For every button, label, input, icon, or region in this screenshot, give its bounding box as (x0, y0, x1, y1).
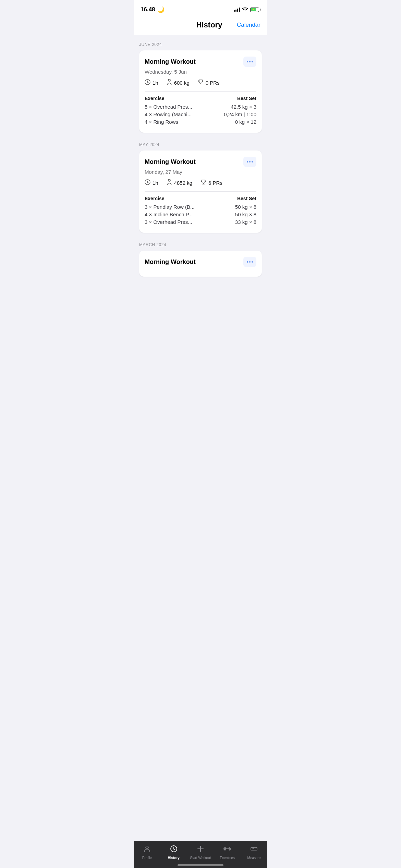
exercise-best: 33 kg × 8 (200, 219, 256, 225)
workout-title: Morning Workout (145, 258, 196, 266)
best-set-col-label: Best Set (237, 196, 256, 201)
workout-title: Morning Workout (145, 58, 196, 65)
exercise-best: 42,5 kg × 3 (200, 104, 256, 110)
month-label-march: MARCH 2024 (139, 242, 262, 247)
prs-stat: 6 PRs (200, 179, 222, 186)
time-display: 16.48 (141, 6, 155, 13)
more-dot (247, 261, 248, 263)
profile-icon (143, 845, 151, 855)
card-header: Morning Workout (145, 257, 256, 267)
exercises-label: Exercises (220, 856, 235, 860)
workout-stats: 1h 4852 kg (145, 179, 256, 186)
exercise-table-header: Exercise Best Set (145, 196, 256, 201)
weight-stat: 4852 kg (167, 179, 192, 186)
duration-value: 1h (153, 180, 158, 186)
exercise-name: 3 × Pendlay Row (B... (145, 204, 200, 210)
more-dot (247, 161, 248, 162)
card-header: Morning Workout (145, 57, 256, 67)
month-label-may: MAY 2024 (139, 142, 262, 147)
weight-value: 600 kg (174, 80, 190, 86)
svg-point-4 (146, 846, 148, 849)
month-section-march: MARCH 2024 Morning Workout (134, 236, 267, 279)
exercise-table: Exercise Best Set 3 × Pendlay Row (B... … (145, 196, 256, 225)
status-time: 16.48 🌙 (141, 6, 165, 13)
tab-measure[interactable]: Measure (244, 845, 264, 860)
svg-point-1 (168, 79, 170, 81)
workout-title: Morning Workout (145, 158, 196, 166)
exercise-name: 4 × Rowing (Machi... (145, 111, 200, 117)
exercise-row: 5 × Overhead Pres... 42,5 kg × 3 (145, 104, 256, 110)
exercise-table-header: Exercise Best Set (145, 96, 256, 101)
exercise-name: 5 × Overhead Pres... (145, 104, 200, 110)
duration-stat: 1h (145, 79, 158, 86)
weight-value: 4852 kg (174, 180, 192, 186)
workout-date: Monday, 27 May (145, 169, 256, 175)
scroll-content: JUNE 2024 Morning Workout Wednesday, 5 J… (134, 35, 267, 307)
month-section-may: MAY 2024 Morning Workout Monday, 27 May (134, 135, 267, 236)
divider (145, 191, 256, 192)
home-indicator (178, 864, 223, 866)
wifi-icon (242, 7, 248, 12)
workout-date: Wednesday, 5 Jun (145, 69, 256, 75)
signal-icon (234, 8, 240, 12)
exercise-col-label: Exercise (145, 196, 165, 201)
weight-stat: 600 kg (167, 79, 190, 86)
exercise-best: 0 kg × 12 (200, 119, 256, 125)
calendar-button[interactable]: Calendar (237, 22, 260, 28)
page-title: History (182, 21, 237, 29)
battery-icon: ⚡ (250, 8, 260, 12)
measure-label: Measure (247, 856, 261, 860)
history-icon (170, 845, 178, 855)
nav-header: History Calendar (134, 17, 267, 35)
workout-stats: 1h 600 kg (145, 79, 256, 86)
tab-profile[interactable]: Profile (137, 845, 157, 860)
duration-value: 1h (153, 80, 158, 86)
more-dot (247, 61, 248, 62)
svg-rect-10 (251, 847, 257, 850)
more-dot (249, 61, 251, 62)
exercise-best: 50 kg × 8 (200, 204, 256, 210)
month-section-june: JUNE 2024 Morning Workout Wednesday, 5 J… (134, 35, 267, 135)
exercise-table: Exercise Best Set 5 × Overhead Pres... 4… (145, 96, 256, 125)
status-bar: 16.48 🌙 ⚡ (134, 0, 267, 17)
tab-start-workout[interactable]: Start Workout (190, 845, 211, 860)
plus-icon (197, 845, 204, 855)
exercise-row: 4 × Ring Rows 0 kg × 12 (145, 119, 256, 125)
exercise-row: 3 × Pendlay Row (B... 50 kg × 8 (145, 204, 256, 210)
more-dot (252, 61, 253, 62)
more-options-button[interactable] (243, 57, 256, 67)
tab-history[interactable]: History (163, 845, 184, 860)
trophy-icon (198, 79, 204, 86)
exercise-best: 50 kg × 8 (200, 212, 256, 217)
exercise-row: 3 × Overhead Pres... 33 kg × 8 (145, 219, 256, 225)
weight-icon (167, 79, 172, 86)
month-label-june: JUNE 2024 (139, 42, 262, 47)
more-dot (252, 261, 253, 263)
prs-value: 0 PRs (206, 80, 220, 86)
prs-value: 6 PRs (208, 180, 222, 186)
profile-label: Profile (142, 856, 152, 860)
moon-icon: 🌙 (157, 6, 165, 13)
duration-stat: 1h (145, 179, 158, 186)
clock-icon (145, 179, 150, 186)
dumbbell-icon (223, 845, 231, 855)
more-dot (252, 161, 253, 162)
weight-icon (167, 179, 172, 186)
exercise-name: 4 × Incline Bench P... (145, 212, 200, 217)
svg-point-3 (168, 179, 170, 181)
workout-card-may: Morning Workout Monday, 27 May 1 (139, 150, 262, 233)
divider (145, 91, 256, 92)
workout-card-march: Morning Workout (139, 251, 262, 277)
more-options-button[interactable] (243, 257, 256, 267)
best-set-col-label: Best Set (237, 96, 256, 101)
more-dot (249, 161, 251, 162)
status-icons: ⚡ (234, 7, 260, 12)
start-workout-label: Start Workout (190, 856, 211, 860)
tab-exercises[interactable]: Exercises (217, 845, 238, 860)
more-options-button[interactable] (243, 157, 256, 167)
history-label: History (168, 856, 179, 860)
exercise-best: 0,24 km | 1:00 (200, 111, 256, 117)
card-header: Morning Workout (145, 157, 256, 167)
more-dot (249, 261, 251, 263)
trophy-icon (200, 179, 206, 186)
